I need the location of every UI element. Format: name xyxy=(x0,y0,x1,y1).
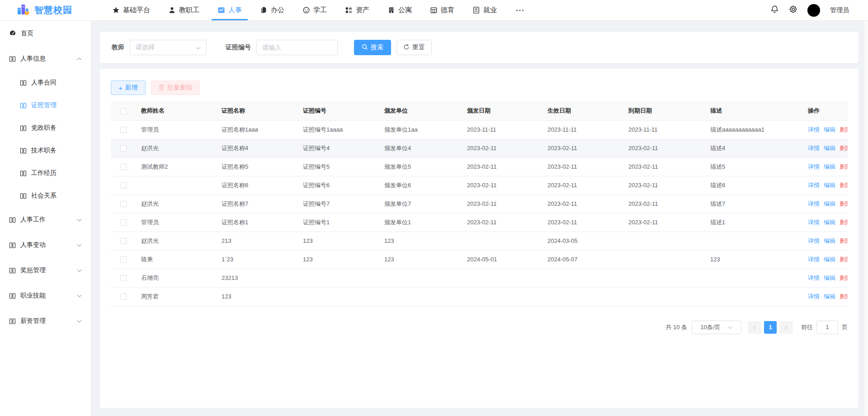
sidebar-group-hr-info[interactable]: 人事信息 xyxy=(0,46,91,71)
chevron-down-icon xyxy=(77,218,82,222)
edit-link[interactable]: 编辑 xyxy=(824,274,835,281)
book-icon xyxy=(9,217,16,223)
nav-item-apartment[interactable]: 公寓 xyxy=(382,0,418,20)
book-icon xyxy=(20,102,27,109)
batch-delete-button[interactable]: 批量删除 xyxy=(151,80,200,95)
col-header-cert-name: 证照名称 xyxy=(216,101,297,120)
nav-item-student[interactable]: 学工 xyxy=(297,0,333,20)
student-face-icon xyxy=(302,6,310,14)
sidebar-item-tech-position[interactable]: 技术职务 xyxy=(0,139,91,162)
sidebar-item-home[interactable]: 首页 xyxy=(0,21,91,46)
nav-item-base-platform[interactable]: 基础平台 xyxy=(106,0,156,20)
sidebar-item-work-history[interactable]: 工作经历 xyxy=(0,162,91,184)
cell-teacher-name: 管理员 xyxy=(136,120,216,139)
current-page-button[interactable]: 1 xyxy=(764,321,777,334)
nav-item-label: 就业 xyxy=(483,6,497,14)
sidebar-group-salary[interactable]: 薪资管理 xyxy=(0,308,91,334)
cell-issue-date xyxy=(462,287,542,306)
detail-link[interactable]: 详情 xyxy=(808,219,820,226)
edit-link[interactable]: 编辑 xyxy=(824,145,835,151)
table-row: 赵洪光 证照名称4 证照编号4 颁发单位4 2023-02-11 2023-02… xyxy=(111,139,848,157)
detail-link[interactable]: 详情 xyxy=(808,256,820,263)
row-checkbox[interactable] xyxy=(120,164,127,170)
sidebar-group-hr-change[interactable]: 人事变动 xyxy=(0,232,91,258)
nav-item-staff[interactable]: 教职工 xyxy=(162,0,205,20)
edit-link[interactable]: 编辑 xyxy=(824,200,835,207)
sidebar-item-party-position[interactable]: 党政职务 xyxy=(0,117,91,139)
cell-teacher-name: 周芳君 xyxy=(136,287,216,306)
next-page-button[interactable]: › xyxy=(779,321,793,334)
cell-effective-date: 2023-02-11 xyxy=(542,139,623,157)
row-checkbox[interactable] xyxy=(120,127,127,133)
nav-item-office[interactable]: 办公 xyxy=(254,0,290,20)
row-checkbox[interactable] xyxy=(120,219,127,226)
row-checkbox[interactable] xyxy=(120,201,127,207)
detail-link[interactable]: 详情 xyxy=(808,163,820,170)
detail-link[interactable]: 详情 xyxy=(808,200,820,207)
delete-link[interactable]: 删除 xyxy=(840,145,848,151)
detail-link[interactable]: 详情 xyxy=(808,274,820,281)
search-button[interactable]: 搜索 xyxy=(354,40,391,55)
sidebar-group-hr-work[interactable]: 人事工作 xyxy=(0,207,91,232)
cell-description xyxy=(705,287,802,306)
goto-page-input[interactable] xyxy=(816,321,838,334)
row-checkbox[interactable] xyxy=(120,238,127,244)
delete-link[interactable]: 删除 xyxy=(840,182,848,189)
row-checkbox[interactable] xyxy=(120,182,127,189)
edit-link[interactable]: 编辑 xyxy=(824,237,835,244)
edit-link[interactable]: 编辑 xyxy=(824,126,835,133)
cert-no-input[interactable] xyxy=(256,40,338,55)
nav-item-moral[interactable]: 德育 xyxy=(424,0,460,20)
nav-item-employment[interactable]: 就业 xyxy=(467,0,503,20)
brand[interactable]: 智慧校园 xyxy=(0,3,103,18)
add-button[interactable]: + 新增 xyxy=(111,80,146,95)
delete-link[interactable]: 删除 xyxy=(840,237,848,244)
detail-link[interactable]: 详情 xyxy=(808,237,820,244)
chevron-down-icon xyxy=(77,244,82,247)
row-checkbox[interactable] xyxy=(120,275,127,281)
edit-link[interactable]: 编辑 xyxy=(824,219,835,226)
row-checkbox[interactable] xyxy=(120,293,127,300)
detail-link[interactable]: 详情 xyxy=(808,182,820,189)
page-scrollbar[interactable] xyxy=(864,21,868,416)
prev-page-button[interactable]: ‹ xyxy=(748,321,761,334)
row-checkbox[interactable] xyxy=(120,145,127,151)
edit-link[interactable]: 编辑 xyxy=(824,182,835,189)
cell-effective-date: 2023-02-11 xyxy=(542,213,623,232)
sidebar-group-reward-punishment[interactable]: 奖惩管理 xyxy=(0,258,91,283)
edit-link[interactable]: 编辑 xyxy=(824,293,835,300)
sidebar-item-cert-management[interactable]: 证照管理 xyxy=(0,94,91,117)
gear-icon[interactable] xyxy=(789,5,797,15)
teacher-select[interactable]: 请选择 xyxy=(130,40,207,55)
cell-expiry-date xyxy=(623,269,705,287)
page-size-select[interactable]: 10条/页 xyxy=(692,321,741,334)
edit-link[interactable]: 编辑 xyxy=(824,256,835,263)
nav-item-hr[interactable]: 人事 xyxy=(212,0,248,20)
cell-issuer: 颁发单位1 xyxy=(379,213,462,232)
sidebar-item-social-relations[interactable]: 社会关系 xyxy=(0,184,91,207)
user-name[interactable]: 管理员 xyxy=(830,6,849,14)
delete-link[interactable]: 删除 xyxy=(840,126,848,133)
avatar[interactable] xyxy=(807,4,820,17)
sidebar-item-hr-contract[interactable]: 人事合同 xyxy=(0,71,91,94)
detail-link[interactable]: 详情 xyxy=(808,293,820,300)
cell-issue-date xyxy=(462,232,542,250)
detail-link[interactable]: 详情 xyxy=(808,126,820,133)
row-checkbox[interactable] xyxy=(120,256,127,263)
bell-icon[interactable] xyxy=(770,5,779,15)
delete-link[interactable]: 删除 xyxy=(840,274,848,281)
refresh-icon xyxy=(403,44,410,52)
delete-link[interactable]: 删除 xyxy=(840,200,848,207)
reset-button[interactable]: 重置 xyxy=(396,40,432,55)
edit-link[interactable]: 编辑 xyxy=(824,163,835,170)
nav-item-assets[interactable]: 资产 xyxy=(339,0,375,20)
delete-link[interactable]: 删除 xyxy=(840,293,848,300)
select-all-checkbox[interactable] xyxy=(120,108,127,114)
sidebar-group-vocational-skills[interactable]: 职业技能 xyxy=(0,283,91,308)
sidebar-item-label: 人事合同 xyxy=(31,79,57,87)
nav-item-more[interactable] xyxy=(509,0,531,20)
delete-link[interactable]: 删除 xyxy=(840,219,848,226)
delete-link[interactable]: 删除 xyxy=(840,163,848,170)
detail-link[interactable]: 详情 xyxy=(808,145,820,151)
delete-link[interactable]: 删除 xyxy=(840,256,848,263)
